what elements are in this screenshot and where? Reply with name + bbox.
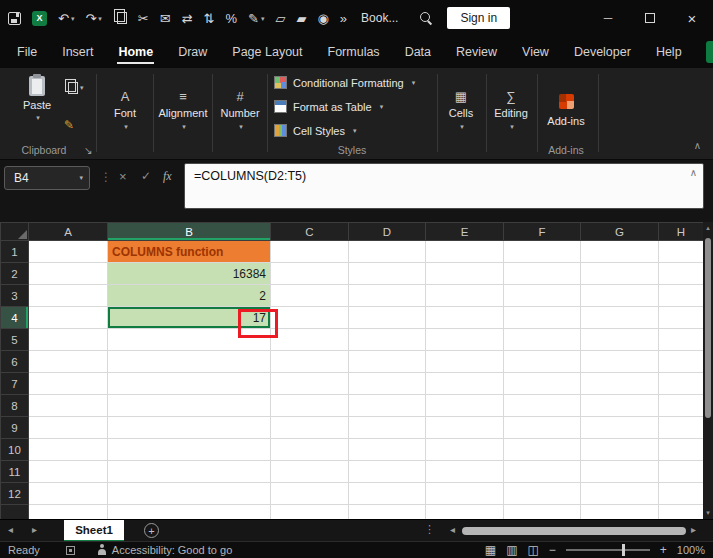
grid-cell[interactable] [504, 417, 581, 439]
grid-cell[interactable] [581, 351, 659, 373]
cut-button[interactable]: ✂ [138, 12, 149, 25]
grid-cell[interactable] [659, 285, 704, 307]
cells-group-button[interactable]: ▦ Cells ▾ [438, 74, 484, 146]
grid-cell[interactable] [581, 263, 659, 285]
grid-cell[interactable] [659, 505, 704, 520]
alignment-group-button[interactable]: ≡ Alignment ▾ [155, 74, 211, 146]
sheet-nav-left-icon[interactable]: ◂ [8, 524, 13, 535]
grid-cell[interactable] [349, 439, 426, 461]
row-header-3[interactable]: 3 [1, 285, 29, 307]
row-header-4[interactable]: 4 [1, 307, 29, 329]
cell-B2[interactable]: 16384 [108, 263, 271, 285]
grid-cell[interactable] [581, 417, 659, 439]
row-header-13[interactable] [1, 505, 29, 520]
grid-cell[interactable] [271, 439, 349, 461]
share-button[interactable]: Share▾ [706, 41, 713, 63]
grid-cell[interactable] [504, 439, 581, 461]
accessibility-status[interactable]: Accessibility: Good to go [112, 544, 232, 556]
tab-review[interactable]: Review [455, 38, 498, 66]
grid-cell[interactable] [271, 307, 349, 329]
redo-button[interactable]: ↷▾ [85, 12, 101, 25]
grid-cell[interactable] [504, 483, 581, 505]
row-header-9[interactable]: 9 [1, 417, 29, 439]
grid-cell[interactable] [659, 483, 704, 505]
grid-cell[interactable] [108, 417, 271, 439]
row-header-5[interactable]: 5 [1, 329, 29, 351]
column-header-B[interactable]: B [108, 223, 271, 241]
hscroll-left-icon[interactable]: ◂ [450, 524, 455, 535]
number-group-button[interactable]: # Number ▾ [214, 74, 266, 146]
grid-cell[interactable] [108, 329, 271, 351]
grid-cell[interactable] [504, 329, 581, 351]
grid-cell[interactable] [426, 439, 504, 461]
grid-cell[interactable] [581, 373, 659, 395]
grid-cell[interactable] [581, 329, 659, 351]
row-header-2[interactable]: 2 [1, 263, 29, 285]
zoom-out-icon[interactable]: − [549, 543, 556, 557]
grid-cell[interactable] [29, 285, 108, 307]
column-header-H[interactable]: H [659, 223, 704, 241]
grid-cell[interactable] [271, 329, 349, 351]
grid-cell[interactable] [349, 505, 426, 520]
grid-cell[interactable] [581, 241, 659, 263]
grid-cell[interactable] [426, 483, 504, 505]
row-header-8[interactable]: 8 [1, 395, 29, 417]
grid-cell[interactable] [426, 395, 504, 417]
zoom-slider[interactable] [566, 549, 650, 551]
highlighter-button[interactable]: ▰ [296, 12, 306, 25]
select-all-button[interactable] [1, 223, 29, 241]
grid-cell[interactable] [504, 351, 581, 373]
format-painter-button[interactable]: ✎ [64, 118, 74, 132]
grid-cell[interactable] [504, 395, 581, 417]
save-icon[interactable] [8, 12, 21, 25]
grid-cell[interactable] [426, 263, 504, 285]
grid-cell[interactable] [659, 241, 704, 263]
grid-cell[interactable] [504, 263, 581, 285]
grid-cell[interactable] [504, 241, 581, 263]
minimize-button[interactable]: ─ [587, 0, 629, 36]
tab-formulas[interactable]: Formulas [327, 38, 381, 66]
grid-cell[interactable] [504, 285, 581, 307]
grid-cell[interactable] [659, 329, 704, 351]
tab-insert[interactable]: Insert [61, 38, 94, 66]
tab-data[interactable]: Data [404, 38, 432, 66]
normal-view-icon[interactable]: ▦ [485, 543, 496, 557]
grid-cell[interactable] [504, 307, 581, 329]
cell-B3[interactable]: 2 [108, 285, 271, 307]
tab-help[interactable]: Help [655, 38, 683, 66]
grid-cell[interactable] [659, 263, 704, 285]
grid-cell[interactable] [659, 461, 704, 483]
grid-cell[interactable] [581, 307, 659, 329]
column-header-E[interactable]: E [426, 223, 504, 241]
format-as-table-button[interactable]: Format as Table ▾ [274, 100, 383, 113]
row-header-11[interactable]: 11 [1, 461, 29, 483]
grid-cell[interactable] [349, 263, 426, 285]
grid-cell[interactable] [29, 263, 108, 285]
grid-cell[interactable] [581, 461, 659, 483]
search-icon[interactable] [420, 12, 433, 25]
grid-cell[interactable] [426, 285, 504, 307]
add-sheet-button[interactable]: + [144, 523, 159, 538]
editing-group-button[interactable]: ∑ Editing ▾ [487, 74, 535, 146]
horizontal-scrollbar-thumb[interactable] [462, 527, 686, 535]
excel-logo-icon[interactable]: X [32, 11, 47, 26]
grid-cell[interactable] [659, 373, 704, 395]
zoom-in-icon[interactable]: + [660, 543, 667, 557]
grid-cell[interactable] [271, 505, 349, 520]
expand-formula-bar-icon[interactable]: ∧ [690, 167, 697, 178]
grid-cell[interactable] [29, 483, 108, 505]
row-header-10[interactable]: 10 [1, 439, 29, 461]
grid-cell[interactable] [271, 483, 349, 505]
grid-cell[interactable] [349, 329, 426, 351]
grid-cell[interactable] [271, 263, 349, 285]
grid-cell[interactable] [426, 351, 504, 373]
column-header-F[interactable]: F [504, 223, 581, 241]
grid-cell[interactable] [426, 417, 504, 439]
grid-cell[interactable] [29, 373, 108, 395]
row-header-7[interactable]: 7 [1, 373, 29, 395]
name-box[interactable]: B4 ▾ [4, 166, 90, 190]
cancel-entry-icon[interactable]: × [119, 169, 127, 184]
grid-cell[interactable] [349, 307, 426, 329]
grid-cell[interactable] [108, 373, 271, 395]
confirm-entry-icon[interactable]: ✓ [141, 169, 151, 183]
